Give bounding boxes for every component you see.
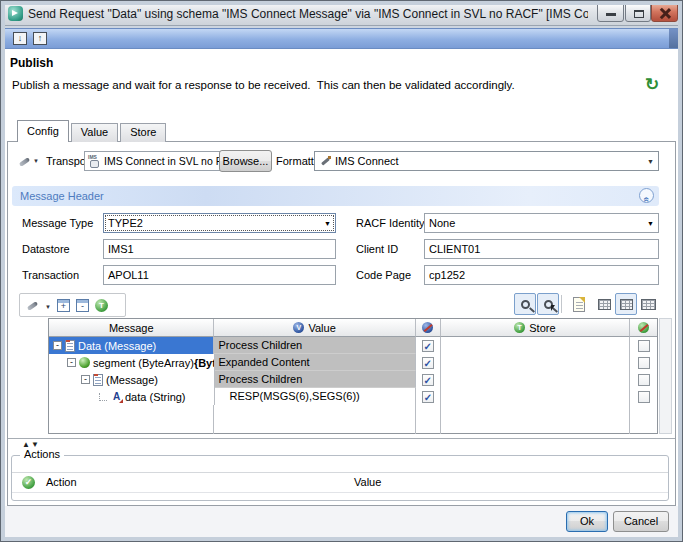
table-row: A data (String) RESP(MSGS(6),SEGS(6)) ✓ bbox=[49, 388, 657, 405]
edit-transport-icon[interactable] bbox=[17, 154, 31, 168]
validate-cell: ✓ bbox=[416, 388, 441, 405]
zoom-select-button[interactable] bbox=[537, 293, 559, 315]
validate-checkbox[interactable]: ✓ bbox=[422, 374, 434, 386]
collapse-node-icon[interactable]: - bbox=[53, 341, 62, 350]
zoom-view-button[interactable] bbox=[514, 293, 536, 315]
datastore-input[interactable]: IMS1 bbox=[103, 239, 336, 259]
grid-view-1-button[interactable] bbox=[593, 293, 615, 315]
tab-store[interactable]: Store bbox=[120, 123, 166, 142]
tag-icon[interactable]: T bbox=[95, 299, 108, 312]
vertical-scrollbar[interactable] bbox=[659, 318, 672, 434]
validate-checkbox[interactable]: ✓ bbox=[422, 357, 434, 369]
value-cell[interactable]: Expanded Content bbox=[215, 354, 416, 371]
formatter-select[interactable]: IMS Connect ▼ bbox=[314, 151, 659, 171]
maximize-button[interactable] bbox=[625, 3, 651, 22]
client-id-input[interactable]: CLIENT01 bbox=[424, 239, 659, 259]
column-header-value[interactable]: V Value bbox=[214, 319, 415, 337]
store-checkbox[interactable] bbox=[638, 357, 650, 369]
minimize-icon bbox=[606, 13, 616, 16]
collapse-section-button[interactable]: « bbox=[639, 188, 654, 203]
validate-checkbox[interactable]: ✓ bbox=[422, 340, 434, 352]
close-button[interactable] bbox=[651, 3, 678, 22]
tab-value[interactable]: Value bbox=[71, 123, 118, 142]
store-checkbox[interactable] bbox=[638, 374, 650, 386]
minimize-button[interactable] bbox=[597, 3, 624, 22]
validate-cell: ✓ bbox=[416, 337, 441, 354]
tree-node-label-suffix: {Bytes} bbox=[194, 357, 215, 369]
refresh-icon[interactable]: ↻ bbox=[645, 74, 659, 95]
actions-column-action: Action bbox=[46, 476, 77, 488]
table-row: - segment (ByteArray) {Bytes} Expanded C… bbox=[49, 354, 657, 371]
maximize-icon bbox=[634, 10, 644, 18]
collapse-all-icon[interactable]: - bbox=[76, 299, 89, 312]
racf-identity-value: None bbox=[429, 216, 455, 231]
value-icon: V bbox=[293, 322, 304, 333]
store-cell[interactable] bbox=[441, 337, 630, 354]
message-type-value: TYPE2 bbox=[108, 216, 143, 231]
chevron-down-icon: ▼ bbox=[647, 216, 654, 231]
import-icon[interactable]: ↓ bbox=[13, 32, 27, 45]
expand-all-icon[interactable]: + bbox=[57, 299, 70, 312]
export-icon[interactable]: ↑ bbox=[33, 32, 47, 45]
table-filler-row bbox=[49, 405, 657, 434]
tree-node-data-string[interactable]: A data (String) bbox=[49, 388, 215, 405]
message-tree-table: Message V Value T Store - Data (Message) bbox=[48, 318, 658, 434]
message-node-icon bbox=[65, 340, 75, 352]
filler-cell bbox=[214, 405, 415, 434]
column-header-store[interactable]: T Store bbox=[441, 319, 630, 337]
validate-checkbox[interactable]: ✓ bbox=[422, 391, 434, 403]
titlebar: Send Request "Data" using schema "IMS Co… bbox=[1, 1, 682, 26]
grid-view-3-button[interactable] bbox=[637, 293, 659, 315]
value-cell[interactable]: RESP(MSGS(6),SEGS(6)) bbox=[215, 388, 416, 405]
store-disabled-icon bbox=[638, 322, 649, 333]
transaction-input[interactable]: APOL11 bbox=[103, 265, 336, 285]
page-title: Publish bbox=[10, 56, 53, 70]
racf-identity-label: RACF Identity bbox=[356, 213, 424, 233]
transport-field[interactable]: IMS IMS Connect in SVL no RACF bbox=[84, 151, 221, 171]
cancel-button[interactable]: Cancel bbox=[613, 511, 669, 532]
value-cell[interactable]: Process Children bbox=[214, 337, 415, 354]
tree-node-label: segment (ByteArray) bbox=[93, 357, 194, 369]
browse-button[interactable]: Browse... bbox=[219, 150, 272, 172]
tree-node-label: (Message) bbox=[106, 374, 158, 386]
action-status-icon: ✓ bbox=[22, 476, 35, 489]
app-icon bbox=[8, 6, 23, 21]
racf-identity-select[interactable]: None ▼ bbox=[424, 213, 659, 233]
store-enabled-cell bbox=[630, 371, 657, 388]
value-cell[interactable]: Process Children bbox=[215, 371, 416, 388]
filler-cell bbox=[441, 405, 630, 434]
tab-config[interactable]: Config bbox=[17, 120, 69, 142]
actions-legend: Actions bbox=[20, 448, 64, 460]
store-cell[interactable] bbox=[441, 388, 630, 405]
tree-node-inner-message[interactable]: - (Message) bbox=[49, 371, 215, 388]
edit-menu-caret-icon[interactable]: ▼ bbox=[45, 304, 51, 310]
grid-view-2-button[interactable] bbox=[615, 293, 637, 315]
transport-menu-caret-icon[interactable]: ▼ bbox=[33, 158, 39, 164]
column-header-store-enabled[interactable] bbox=[630, 319, 657, 337]
column-header-message[interactable]: Message bbox=[49, 319, 214, 337]
store-cell[interactable] bbox=[441, 371, 630, 388]
collapse-node-icon[interactable]: - bbox=[81, 375, 90, 384]
code-page-input[interactable]: cp1252 bbox=[424, 265, 659, 285]
bytearray-node-icon bbox=[79, 357, 90, 368]
store-checkbox[interactable] bbox=[638, 391, 650, 403]
ok-button[interactable]: Ok bbox=[566, 511, 608, 532]
top-toolbar: ↓ ↑ bbox=[4, 28, 679, 49]
store-cell[interactable] bbox=[441, 354, 630, 371]
store-checkbox[interactable] bbox=[638, 340, 650, 352]
column-header-validate[interactable] bbox=[416, 319, 441, 337]
edit-field-icon[interactable] bbox=[25, 298, 39, 312]
table-row: - Data (Message) Process Children ✓ bbox=[49, 337, 657, 354]
collapse-node-icon[interactable]: - bbox=[67, 358, 76, 367]
document-icon bbox=[573, 297, 585, 312]
chevron-up-icon: « bbox=[640, 197, 653, 203]
message-type-select[interactable]: TYPE2 ▼ bbox=[103, 213, 336, 233]
tree-node-segment[interactable]: - segment (ByteArray) {Bytes} bbox=[49, 354, 215, 371]
tree-node-label: Data (Message) bbox=[78, 340, 156, 352]
document-view-button[interactable] bbox=[568, 293, 590, 315]
table-row: - (Message) Process Children ✓ bbox=[49, 371, 657, 388]
tree-node-data-message[interactable]: - Data (Message) bbox=[49, 337, 214, 354]
window-title: Send Request "Data" using schema "IMS Co… bbox=[28, 7, 588, 21]
tab-bar: Config Value Store bbox=[17, 120, 168, 142]
chevron-down-icon: ▼ bbox=[647, 158, 654, 165]
